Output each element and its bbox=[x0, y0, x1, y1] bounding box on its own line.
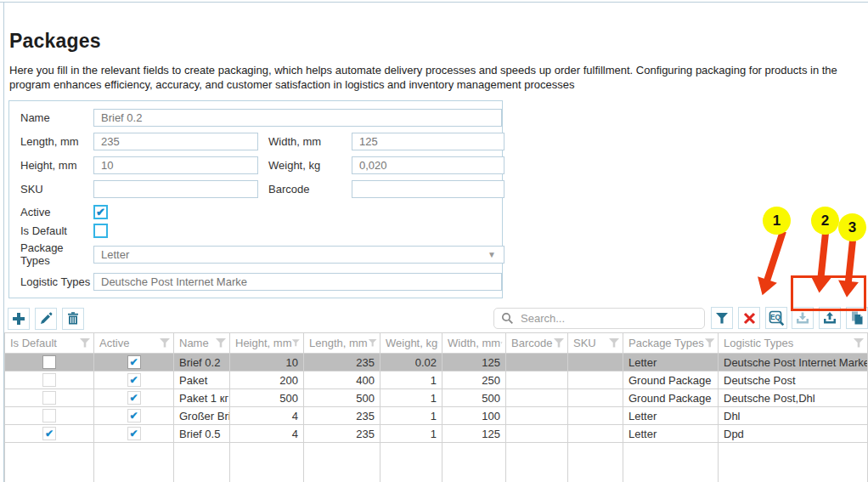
cell-height[interactable]: 10 bbox=[230, 354, 304, 371]
col-header-name[interactable]: Name bbox=[174, 333, 230, 354]
is-default-cell-checkbox[interactable]: ✔ bbox=[42, 391, 56, 405]
cell-name[interactable]: Paket bbox=[174, 371, 230, 389]
cell-package-types[interactable]: Letter bbox=[623, 425, 719, 443]
cell-package-types[interactable]: Letter bbox=[623, 407, 719, 425]
cell-barcode[interactable] bbox=[506, 354, 568, 371]
cell-package-types[interactable]: Ground Package bbox=[623, 371, 719, 389]
cell-logistic-types[interactable]: Deutsche Post bbox=[719, 371, 868, 389]
cell-height[interactable]: 4 bbox=[230, 425, 304, 443]
cell-logistic-types[interactable]: Deutsche Post,Dhl bbox=[719, 389, 868, 407]
column-filter-icon[interactable] bbox=[437, 337, 439, 349]
column-filter-icon[interactable] bbox=[704, 337, 715, 349]
cell-width[interactable]: 250 bbox=[442, 371, 506, 389]
weight-field[interactable] bbox=[352, 156, 504, 174]
cell-sku[interactable] bbox=[568, 371, 623, 389]
search-input[interactable] bbox=[521, 312, 690, 325]
is-default-cell-checkbox[interactable]: ✔ bbox=[42, 373, 56, 387]
col-header-active[interactable]: Active bbox=[94, 333, 174, 354]
search-box[interactable] bbox=[493, 308, 705, 329]
col-header-is-default[interactable]: Is Default bbox=[5, 333, 94, 354]
logistic-types-field[interactable] bbox=[93, 273, 502, 291]
cell-width[interactable]: 500 bbox=[442, 389, 506, 407]
cell-weight[interactable]: 1 bbox=[380, 407, 442, 425]
cell-height[interactable]: 200 bbox=[230, 371, 304, 389]
export-button[interactable] bbox=[819, 307, 841, 329]
column-filter-icon[interactable] bbox=[79, 337, 91, 349]
barcode-field[interactable] bbox=[352, 180, 504, 198]
cell-width[interactable]: 100 bbox=[442, 407, 506, 425]
column-filter-icon[interactable] bbox=[368, 337, 377, 349]
cell-width[interactable]: 125 bbox=[442, 354, 506, 371]
filter-button[interactable] bbox=[711, 307, 733, 329]
cell-sku[interactable] bbox=[568, 389, 623, 407]
package-types-value[interactable] bbox=[93, 246, 504, 264]
is-default-cell-checkbox[interactable]: ✔ bbox=[42, 409, 56, 422]
height-field[interactable] bbox=[93, 156, 258, 174]
cell-name[interactable]: Brief 0.2 bbox=[174, 354, 230, 371]
table-row[interactable]: ✔ ✔ Paket 1 кг 500 500 1 500 Ground Pack… bbox=[5, 389, 868, 407]
cell-length[interactable]: 235 bbox=[304, 407, 380, 425]
table-row[interactable]: ✔ ✔ Brief 0.2 10 235 0.02 125 Letter Deu… bbox=[5, 354, 868, 371]
cell-height[interactable]: 500 bbox=[230, 389, 304, 407]
cell-length[interactable]: 400 bbox=[304, 371, 380, 389]
package-types-select[interactable]: ▼ bbox=[93, 246, 504, 264]
edit-button[interactable] bbox=[35, 308, 57, 330]
col-header-length[interactable]: Length, mm bbox=[304, 333, 380, 354]
is-default-cell-checkbox[interactable]: ✔ bbox=[42, 427, 56, 440]
is-default-cell-checkbox[interactable]: ✔ bbox=[42, 355, 56, 369]
is-default-checkbox[interactable]: ✔ bbox=[93, 224, 108, 238]
cell-name[interactable]: Paket 1 кг bbox=[174, 389, 230, 407]
cell-length[interactable]: 235 bbox=[304, 425, 380, 443]
col-header-height[interactable]: Height, mm bbox=[230, 333, 304, 354]
import-button[interactable] bbox=[792, 307, 814, 329]
copy-button[interactable] bbox=[846, 307, 868, 329]
col-header-weight[interactable]: Weight, kg bbox=[380, 333, 442, 354]
table-row[interactable]: ✔ ✔ Brief 0.5 4 235 1 125 Letter Dpd bbox=[5, 425, 868, 443]
cell-weight[interactable]: 1 bbox=[380, 371, 442, 389]
column-filter-icon[interactable] bbox=[159, 337, 171, 349]
cell-length[interactable]: 235 bbox=[304, 354, 380, 371]
column-filter-icon[interactable] bbox=[553, 337, 565, 349]
clear-filter-button[interactable] bbox=[738, 307, 760, 329]
cell-logistic-types[interactable]: Dpd bbox=[719, 425, 868, 443]
cell-weight[interactable]: 0.02 bbox=[380, 354, 442, 371]
col-header-barcode[interactable]: Barcode bbox=[506, 333, 568, 354]
length-field[interactable] bbox=[93, 133, 258, 150]
sku-field[interactable] bbox=[93, 180, 258, 198]
column-filter-icon[interactable] bbox=[500, 337, 503, 349]
cell-name[interactable]: Großer Brief bbox=[174, 407, 230, 425]
cell-weight[interactable]: 1 bbox=[380, 425, 442, 443]
cell-name[interactable]: Brief 0.5 bbox=[174, 425, 230, 443]
active-cell-checkbox[interactable]: ✔ bbox=[127, 373, 141, 387]
col-header-package-types[interactable]: Package Types bbox=[623, 333, 719, 354]
cell-logistic-types[interactable]: Deutsche Post Internet Marke bbox=[719, 354, 868, 371]
column-filter-icon[interactable] bbox=[608, 337, 620, 349]
filter-builder-button[interactable]: EQ bbox=[765, 307, 787, 329]
cell-logistic-types[interactable]: Dhl bbox=[719, 407, 868, 425]
cell-package-types[interactable]: Ground Package bbox=[623, 389, 719, 407]
column-filter-icon[interactable] bbox=[291, 337, 301, 349]
cell-weight[interactable]: 1 bbox=[380, 389, 442, 407]
cell-package-types[interactable]: Letter bbox=[623, 354, 719, 371]
cell-sku[interactable] bbox=[568, 425, 623, 443]
column-filter-icon[interactable] bbox=[215, 337, 227, 349]
cell-barcode[interactable] bbox=[506, 389, 568, 407]
cell-height[interactable]: 4 bbox=[230, 407, 304, 425]
cell-barcode[interactable] bbox=[506, 371, 568, 389]
cell-sku[interactable] bbox=[568, 354, 623, 371]
active-checkbox[interactable]: ✔ bbox=[93, 205, 108, 219]
cell-width[interactable]: 125 bbox=[442, 425, 506, 443]
cell-sku[interactable] bbox=[568, 407, 623, 425]
cell-barcode[interactable] bbox=[506, 407, 568, 425]
add-button[interactable] bbox=[8, 308, 30, 330]
name-field[interactable] bbox=[93, 109, 502, 127]
active-cell-checkbox[interactable]: ✔ bbox=[127, 409, 141, 422]
column-filter-icon[interactable] bbox=[853, 337, 865, 349]
col-header-width[interactable]: Width, mm bbox=[442, 333, 506, 354]
table-row[interactable]: ✔ ✔ Großer Brief 4 235 1 100 Letter Dhl bbox=[5, 407, 868, 425]
width-field[interactable] bbox=[352, 133, 504, 150]
active-cell-checkbox[interactable]: ✔ bbox=[127, 355, 141, 369]
cell-length[interactable]: 500 bbox=[304, 389, 380, 407]
active-cell-checkbox[interactable]: ✔ bbox=[127, 427, 141, 440]
col-header-logistic-types[interactable]: Logistic Types bbox=[719, 333, 868, 354]
